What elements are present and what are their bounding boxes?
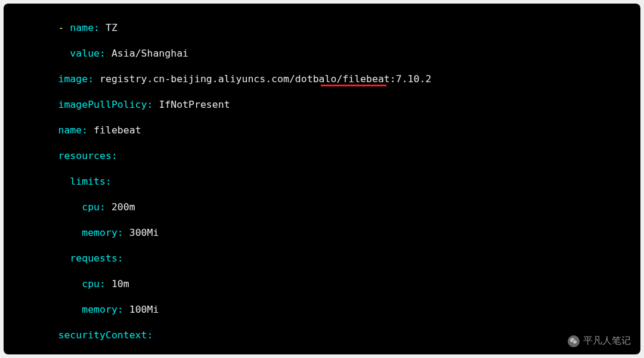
yaml-value: 300Mi	[129, 227, 159, 238]
yaml-value: IfNotPresent	[159, 99, 230, 110]
code-line: image: registry.cn-beijing.aliyuncs.com/…	[11, 73, 633, 86]
yaml-key: image	[58, 73, 88, 85]
yaml-key: cpu	[82, 278, 100, 289]
yaml-key: memory	[82, 304, 117, 315]
code-line: resources:	[11, 150, 633, 163]
code-line: name: filebeat	[11, 124, 633, 137]
yaml-key: name	[58, 124, 82, 136]
yaml-key: securityContext	[58, 329, 147, 341]
code-line: memory: 300Mi	[11, 226, 633, 239]
code-line: value: Asia/Shanghai	[11, 47, 633, 60]
yaml-key: resources	[58, 150, 111, 161]
yaml-key: value	[70, 48, 100, 59]
code-line: runAsUser: 0	[11, 354, 633, 355]
wechat-icon	[568, 335, 580, 347]
yaml-value: 10m	[112, 278, 129, 289]
yaml-key: limits	[70, 176, 106, 187]
yaml-code: - name: TZ value: Asia/Shanghai image: r…	[11, 8, 633, 354]
code-frame: - name: TZ value: Asia/Shanghai image: r…	[4, 4, 640, 354]
watermark: 平凡人笔记	[568, 335, 631, 347]
code-line: cpu: 10m	[11, 278, 633, 291]
yaml-value: filebeat	[94, 124, 141, 136]
yaml-key: cpu	[82, 201, 100, 213]
yaml-value: 200m	[112, 201, 135, 213]
yaml-key: imagePullPolicy	[58, 99, 147, 110]
yaml-key: name	[70, 22, 94, 33]
red-underline-icon	[321, 85, 386, 86]
yaml-value: TZ	[106, 22, 117, 33]
code-line: limits:	[11, 175, 633, 188]
yaml-value: 100Mi	[129, 304, 159, 315]
code-line: securityContext:	[11, 329, 633, 342]
code-line: requests:	[11, 252, 633, 265]
code-line: cpu: 200m	[11, 201, 633, 214]
watermark-text: 平凡人笔记	[583, 335, 631, 347]
code-line: - name: TZ	[11, 21, 633, 35]
yaml-value: Asia/Shanghai	[112, 48, 188, 59]
code-line: memory: 100Mi	[11, 303, 633, 316]
yaml-key: memory	[82, 227, 117, 238]
code-line: imagePullPolicy: IfNotPresent	[11, 98, 633, 111]
dash-icon: -	[58, 22, 64, 33]
yaml-key: requests	[70, 253, 117, 264]
yaml-value: registry.cn-beijing.aliyuncs.com/dotbalo…	[100, 73, 431, 85]
